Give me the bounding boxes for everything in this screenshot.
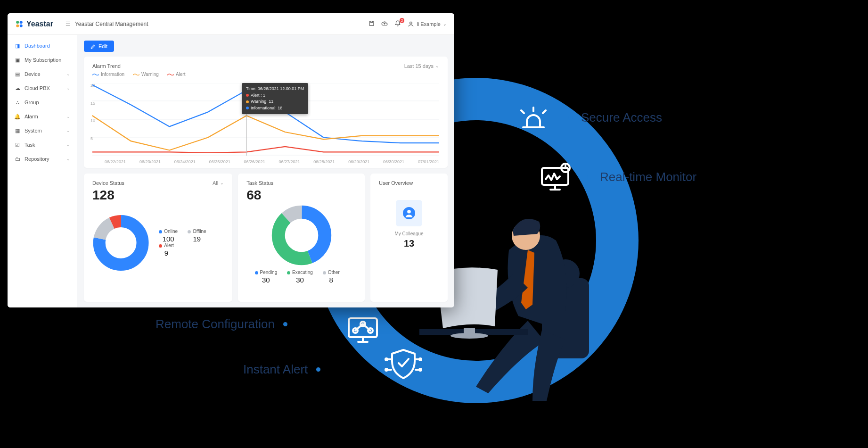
bookmark-icon: ▣ xyxy=(14,57,21,63)
chevron-down-icon: ⌄ xyxy=(66,157,70,161)
sidebar-item-group[interactable]: ⛬Group xyxy=(8,95,77,109)
user-overview-card: User Overview My Colleague 13 xyxy=(370,174,448,302)
alarm-legend: Information Warning Alert xyxy=(92,72,439,77)
feature-secure-access: Secure Access xyxy=(568,110,662,125)
chevron-down-icon: ⌄ xyxy=(443,22,447,26)
device-filter-all[interactable]: All⌄ xyxy=(213,180,224,186)
device-legend: Online100 Offline19 Alert9 xyxy=(159,229,224,257)
save-icon[interactable] xyxy=(368,20,375,27)
chevron-down-icon: ⌄ xyxy=(66,142,70,147)
cloud-icon: ☁ xyxy=(14,85,21,91)
sidebar-item-task[interactable]: ☑Task⌄ xyxy=(8,138,77,152)
main-content: Edit Alarm Trend Last 15 days ⌄ Informat… xyxy=(77,35,454,307)
device-status-card: Device Status All⌄ 128 Online100 Offline… xyxy=(84,174,232,302)
user-tile[interactable]: My Colleague 13 xyxy=(388,200,430,249)
svg-point-11 xyxy=(385,369,387,371)
server-icon: ▤ xyxy=(14,71,21,77)
x-axis-ticks: 06/22/202106/23/202106/24/202106/25/2021… xyxy=(105,159,439,164)
brand-logo: Yeastar xyxy=(15,20,53,28)
pencil-icon xyxy=(90,44,96,49)
edit-button[interactable]: Edit xyxy=(84,41,114,52)
svg-point-39 xyxy=(407,210,411,214)
alarm-trend-card: Alarm Trend Last 15 days ⌄ Information W… xyxy=(84,57,448,168)
sidebar-item-system[interactable]: ▦System⌄ xyxy=(8,124,77,138)
app-window: Yeastar ☰ Yeastar Central Management 2 l… xyxy=(8,13,454,307)
colleague-label: My Colleague xyxy=(388,231,430,236)
feature-realtime-monitor: Real-time Monitor xyxy=(587,170,696,184)
bell-icon: 🔔 xyxy=(14,114,21,120)
chevron-down-icon: ⌄ xyxy=(66,72,70,76)
archive-icon: 🗀 xyxy=(14,156,21,162)
svg-point-9 xyxy=(385,358,387,360)
svg-point-19 xyxy=(450,333,488,339)
feature-instant-alert: Instant Alert xyxy=(243,362,320,377)
chevron-down-icon: ⌄ xyxy=(435,64,439,68)
cloud-upload-icon[interactable] xyxy=(381,20,388,28)
svg-point-12 xyxy=(419,369,421,371)
device-donut-chart xyxy=(92,207,149,278)
svg-rect-24 xyxy=(369,21,374,26)
task-card-title: Task Status xyxy=(246,180,356,186)
task-total: 68 xyxy=(246,188,356,203)
task-donut-chart xyxy=(271,205,332,266)
sidebar-item-repository[interactable]: 🗀Repository⌄ xyxy=(8,152,77,166)
task-status-card: Task Status 68 Pending30 Executing30 Oth… xyxy=(238,174,365,302)
user-menu[interactable]: li Example ⌄ xyxy=(408,21,447,27)
svg-point-37 xyxy=(278,212,325,259)
svg-point-34 xyxy=(99,221,143,265)
svg-point-22 xyxy=(16,24,19,27)
gauge-icon: ◨ xyxy=(14,43,21,49)
user-card-title: User Overview xyxy=(379,180,439,186)
svg-point-20 xyxy=(16,21,19,24)
brand-logo-icon xyxy=(15,20,24,28)
svg-point-10 xyxy=(419,358,421,360)
device-total: 128 xyxy=(92,188,224,203)
clipboard-icon: ☑ xyxy=(14,142,21,148)
svg-point-25 xyxy=(410,22,412,24)
colleague-count: 13 xyxy=(388,238,430,249)
device-card-title: Device Status xyxy=(92,180,124,186)
notification-bell[interactable]: 2 xyxy=(394,20,401,28)
feature-remote-configuration: Remote Configuration xyxy=(156,317,287,332)
topbar: Yeastar ☰ Yeastar Central Management 2 l… xyxy=(8,13,454,35)
user-icon xyxy=(408,21,414,27)
sidebar: ◨Dashboard ▣My Subscription ▤Device⌄ ☁Cl… xyxy=(8,35,77,307)
chevron-down-icon: ⌄ xyxy=(66,86,70,91)
svg-point-21 xyxy=(20,21,23,24)
chart-tooltip: Time: 06/26/2021 12:00:01 PM Alert : 1 W… xyxy=(242,83,308,114)
colleague-avatar-icon xyxy=(396,200,422,226)
chevron-down-icon: ⌄ xyxy=(66,114,70,119)
task-legend: Pending30 Executing30 Other8 xyxy=(246,270,356,284)
page-title: Yeastar Central Management xyxy=(75,21,148,27)
alarm-card-title: Alarm Trend xyxy=(92,63,121,69)
group-icon: ⛬ xyxy=(14,100,21,105)
sidebar-toggle-icon[interactable]: ☰ xyxy=(66,21,70,27)
svg-point-23 xyxy=(20,24,23,27)
chevron-down-icon: ⌄ xyxy=(66,128,70,133)
user-name: li Example xyxy=(417,21,441,27)
sidebar-item-dashboard[interactable]: ◨Dashboard xyxy=(8,39,77,53)
chevron-down-icon: ⌄ xyxy=(220,181,224,185)
date-range-selector[interactable]: Last 15 days ⌄ xyxy=(404,63,439,69)
sidebar-item-cloud-pbx[interactable]: ☁Cloud PBX⌄ xyxy=(8,81,77,95)
sidebar-item-alarm[interactable]: 🔔Alarm⌄ xyxy=(8,109,77,124)
notification-count: 2 xyxy=(400,18,404,23)
sliders-icon: ▦ xyxy=(14,128,21,134)
sidebar-item-device[interactable]: ▤Device⌄ xyxy=(8,67,77,81)
sidebar-item-subscription[interactable]: ▣My Subscription xyxy=(8,53,77,67)
